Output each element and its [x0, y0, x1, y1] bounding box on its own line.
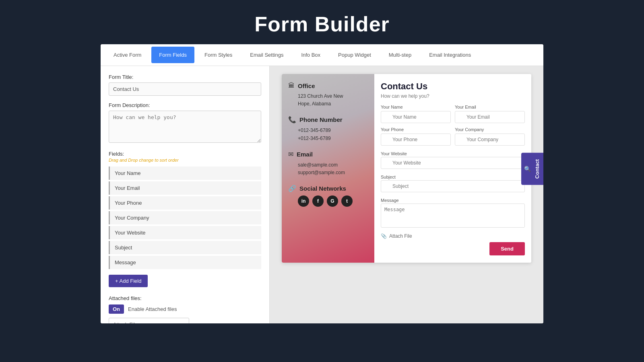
facebook-icon[interactable]: f — [312, 195, 324, 207]
email-section: ✉ Email sale@sample.com support@sample.c… — [288, 150, 368, 177]
attach-file-input[interactable] — [109, 318, 189, 323]
company-input-wrapper: 🏢 — [455, 134, 525, 146]
subject-input-wrapper: ➡ — [381, 180, 525, 192]
content-area: Form Title: Form Description: Fields: Dr… — [101, 66, 543, 323]
contact-title: Contact Us — [381, 81, 525, 92]
website-field-label: Your Website — [381, 151, 407, 156]
email-input[interactable] — [455, 111, 525, 123]
company-field-group: Your Company 🏢 — [455, 127, 525, 146]
attached-files-label: Attached files: — [109, 295, 261, 301]
email-icon: ✉ — [288, 150, 293, 158]
page-title: Form Builder — [0, 12, 644, 36]
website-input[interactable] — [381, 157, 525, 169]
office-section: 🏛 Office 123 Church Ave New Hope, Alabam… — [288, 82, 368, 108]
attach-file-row[interactable]: 📎 Attach File — [381, 233, 525, 239]
message-textarea[interactable] — [381, 204, 525, 228]
right-panel: 🏛 Office 123 Church Ave New Hope, Alabam… — [270, 66, 543, 323]
form-title-input[interactable] — [109, 82, 261, 96]
fields-label: Fields: — [109, 151, 261, 157]
name-field-label: Your Name — [381, 105, 451, 109]
info-column: 🏛 Office 123 Church Ave New Hope, Alabam… — [282, 74, 374, 263]
name-email-row: Your Name 👤 Your Email ✉ — [381, 105, 525, 123]
field-item-email[interactable]: Your Email — [109, 181, 261, 195]
subject-input[interactable] — [381, 180, 525, 192]
toggle-row: On Enable Attached files — [109, 304, 261, 314]
field-item-phone[interactable]: Your Phone — [109, 196, 261, 210]
add-field-button[interactable]: + Add Field — [109, 275, 148, 287]
company-input[interactable] — [455, 134, 525, 146]
floating-contact-label: Contact — [534, 159, 540, 179]
subject-field-label: Subject — [381, 175, 396, 179]
name-field-group: Your Name 👤 — [381, 105, 451, 123]
page-header: Form Builder — [0, 0, 644, 44]
tab-email-integrations[interactable]: Email Integrations — [421, 47, 479, 63]
field-item-subject[interactable]: Subject — [109, 241, 261, 254]
preview-card: 🏛 Office 123 Church Ave New Hope, Alabam… — [282, 74, 531, 263]
tab-form-styles[interactable]: Form Styles — [197, 47, 240, 63]
phone-title: Phone Number — [299, 116, 343, 123]
office-header: 🏛 Office — [288, 82, 368, 89]
linkedin-icon[interactable]: in — [298, 195, 309, 207]
tabs-bar: Active Form Form Fields Form Styles Emai… — [101, 44, 543, 66]
fields-section: Fields: Drag and Drop change to sort ord… — [109, 151, 261, 287]
tab-popup-widget[interactable]: Popup Widget — [330, 47, 379, 63]
social-header: 🔗 Social Networks — [288, 185, 368, 192]
social-title: Social Networks — [299, 185, 346, 192]
name-input[interactable] — [381, 111, 451, 123]
office-address: 123 Church Ave New Hope, Alabama — [288, 93, 368, 108]
left-panel: Form Title: Form Description: Fields: Dr… — [101, 66, 270, 323]
subject-field-group: Subject ➡ — [381, 173, 525, 192]
field-item-company[interactable]: Your Company — [109, 211, 261, 224]
phone-header: 📞 Phone Number — [288, 116, 368, 123]
tab-active-form[interactable]: Active Form — [106, 47, 149, 63]
form-description-label: Form Description: — [109, 102, 261, 108]
google-icon[interactable]: G — [327, 195, 338, 207]
social-icon: 🔗 — [288, 185, 296, 192]
email-field-label: Your Email — [455, 105, 525, 109]
phone-field-label: Your Phone — [381, 127, 451, 132]
email-title: Email — [297, 151, 313, 158]
search-icon: 🔍 — [524, 165, 531, 172]
main-container: Active Form Form Fields Form Styles Emai… — [101, 44, 543, 323]
phone-field-group: Your Phone 📞 — [381, 127, 451, 146]
email-field-group: Your Email ✉ — [455, 105, 525, 123]
company-field-label: Your Company — [455, 127, 525, 132]
phone-company-row: Your Phone 📞 Your Company 🏢 — [381, 127, 525, 146]
tab-form-fields[interactable]: Form Fields — [151, 47, 194, 63]
contact-subtitle: How can we help you? — [381, 93, 525, 99]
form-description-group: Form Description: — [109, 102, 261, 144]
form-description-textarea[interactable] — [109, 111, 261, 143]
twitter-icon[interactable]: t — [341, 195, 353, 207]
tab-email-settings[interactable]: Email Settings — [242, 47, 291, 63]
attached-files-section: Attached files: On Enable Attached files — [109, 295, 261, 323]
floating-contact-tab[interactable]: Contact 🔍 — [521, 153, 543, 185]
phone-section: 📞 Phone Number +012-345-6789 +012-345-67… — [288, 116, 368, 142]
attach-icon: 📎 — [381, 233, 387, 239]
send-button[interactable]: Send — [489, 242, 525, 255]
form-title-group: Form Title: — [109, 74, 261, 96]
phone-numbers: +012-345-6789 +012-345-6789 — [288, 127, 368, 142]
tab-info-box[interactable]: Info Box — [293, 47, 328, 63]
field-item-message[interactable]: Message — [109, 256, 261, 269]
phone-input-wrapper: 📞 — [381, 134, 451, 146]
tab-multi-step[interactable]: Multi-step — [381, 47, 419, 63]
phone-input[interactable] — [381, 134, 451, 146]
social-icons-row: in f G t — [288, 195, 368, 207]
drag-hint: Drag and Drop change to sort order — [109, 158, 261, 162]
office-icon: 🏛 — [288, 82, 295, 89]
message-field-group: Message — [381, 196, 525, 229]
name-input-wrapper: 👤 — [381, 111, 451, 123]
message-field-label: Message — [381, 198, 399, 203]
office-title: Office — [298, 82, 315, 89]
email-input-wrapper: ✉ — [455, 111, 525, 123]
attach-file-label: Attach File — [389, 233, 412, 239]
social-section: 🔗 Social Networks in f G t — [288, 185, 368, 207]
field-item-name[interactable]: Your Name — [109, 167, 261, 180]
enable-attached-label: Enable Attached files — [128, 306, 177, 312]
website-input-wrapper: 🌐 — [381, 157, 525, 169]
form-column: Contact Us How can we help you? Your Nam… — [374, 74, 531, 263]
email-addresses: sale@sample.com support@sample.com — [288, 161, 368, 177]
form-title-label: Form Title: — [109, 74, 261, 80]
field-item-website[interactable]: Your Website — [109, 226, 261, 239]
toggle-button[interactable]: On — [109, 304, 124, 314]
